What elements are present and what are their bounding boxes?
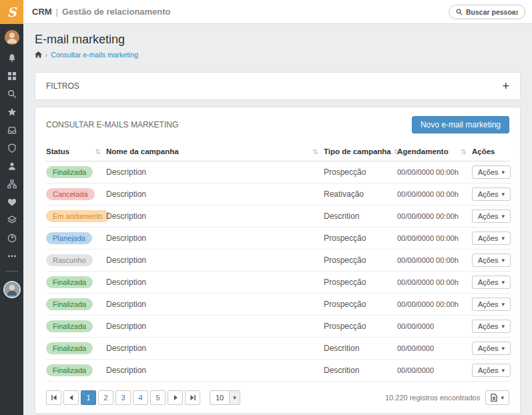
row-actions-button[interactable]: Ações ▾ bbox=[472, 210, 511, 223]
schedule-cell: 00/00/0000 00:00h bbox=[397, 205, 472, 228]
page-button-3[interactable]: 3 bbox=[115, 390, 131, 405]
row-actions-label: Ações bbox=[478, 366, 499, 374]
campaign-name-cell: Description bbox=[106, 360, 324, 382]
sidebar: S bbox=[0, 0, 23, 415]
members-badge-icon[interactable] bbox=[7, 161, 17, 171]
row-actions-button[interactable]: Ações ▾ bbox=[472, 187, 511, 201]
campaign-name-cell: Description bbox=[106, 183, 324, 205]
apps-grid-icon[interactable] bbox=[7, 71, 17, 81]
row-actions-label: Ações bbox=[478, 256, 499, 264]
search-icon bbox=[456, 6, 463, 18]
actions-cell: Ações ▾ bbox=[472, 183, 511, 205]
schedule-cell: 00/00/0000 bbox=[397, 316, 472, 338]
page-button-5[interactable]: 5 bbox=[150, 390, 166, 405]
status-cell: Finalizada bbox=[46, 294, 106, 316]
org-sitemap-icon[interactable] bbox=[7, 179, 17, 189]
top-header: CRM | Gestão de relacionamento bbox=[23, 0, 532, 24]
status-cell: Finalizada bbox=[46, 338, 106, 360]
status-badge: Finalizada bbox=[46, 320, 93, 332]
column-header-status[interactable]: Status⇅ bbox=[46, 141, 106, 161]
more-options-icon[interactable] bbox=[7, 251, 17, 261]
campaign-type-cell: Prospecção bbox=[324, 250, 397, 272]
last-page-icon bbox=[190, 394, 196, 401]
schedule-cell: 00/00/0000 00:00h bbox=[397, 228, 472, 250]
breadcrumb-link[interactable]: Consultar e-mails marketing bbox=[51, 51, 138, 59]
export-button[interactable]: ▾ bbox=[485, 390, 509, 405]
campaign-type-cell: Prospecção bbox=[324, 316, 397, 338]
filters-expand-button[interactable]: + bbox=[502, 80, 509, 92]
metrics-gauge-icon[interactable] bbox=[7, 233, 17, 243]
inbox-tray-icon[interactable] bbox=[7, 125, 17, 135]
row-actions-button[interactable]: Ações ▾ bbox=[472, 320, 511, 333]
status-cell: Em andamento bbox=[46, 205, 106, 228]
next-page-icon bbox=[172, 394, 179, 401]
prev-page-button[interactable] bbox=[63, 390, 79, 405]
records-count: 10.220 registros encontrados bbox=[385, 394, 480, 402]
campaign-name-cell: Description bbox=[106, 294, 324, 316]
campaign-name-cell: Description bbox=[106, 338, 324, 360]
column-header-campaign-name[interactable]: Nome da campanha⇅ bbox=[106, 141, 324, 161]
campaign-type-cell: Prospecção bbox=[324, 228, 397, 250]
favorites-heart-icon[interactable] bbox=[7, 197, 17, 207]
caret-down-icon: ▾ bbox=[502, 191, 505, 197]
status-badge: Finalizada bbox=[46, 342, 93, 354]
profile-avatar[interactable] bbox=[3, 281, 21, 298]
status-cell: Finalizada bbox=[46, 161, 106, 183]
page-numbers: 12345 bbox=[81, 390, 166, 405]
main-area: CRM | Gestão de relacionamento E-mail ma… bbox=[23, 0, 532, 415]
people-search[interactable] bbox=[449, 5, 525, 19]
favorites-star-icon[interactable] bbox=[7, 107, 17, 117]
next-page-button[interactable] bbox=[168, 390, 183, 405]
actions-cell: Ações ▾ bbox=[472, 272, 511, 294]
people-search-input[interactable] bbox=[466, 8, 518, 16]
page-title: E-mail marketing bbox=[35, 33, 521, 47]
brand-separator: | bbox=[56, 7, 58, 17]
first-page-button[interactable] bbox=[46, 390, 61, 405]
table-row: Em andamento Description Descrition 00/0… bbox=[46, 205, 511, 228]
status-cell: Finalizada bbox=[46, 316, 106, 338]
search-icon[interactable] bbox=[7, 89, 17, 99]
row-actions-button[interactable]: Ações ▾ bbox=[472, 232, 511, 245]
brand-subtitle: Gestão de relacionamento bbox=[62, 7, 171, 17]
layers-package-icon[interactable] bbox=[7, 215, 17, 225]
sort-icon: ⇅ bbox=[461, 148, 467, 155]
last-page-button[interactable] bbox=[185, 390, 200, 405]
row-actions-button[interactable]: Ações ▾ bbox=[472, 254, 511, 267]
card-title: CONSULTAR E-MAILS MARKETING bbox=[46, 120, 178, 129]
table-row: Finalizada Description Prospecção 00/00/… bbox=[46, 316, 511, 338]
actions-cell: Ações ▾ bbox=[472, 228, 511, 250]
security-shield-icon[interactable] bbox=[7, 143, 17, 153]
row-actions-button[interactable]: Ações ▾ bbox=[472, 364, 511, 377]
row-actions-label: Ações bbox=[478, 212, 499, 220]
row-actions-label: Ações bbox=[478, 190, 499, 198]
campaign-type-cell: Reativação bbox=[324, 183, 397, 205]
row-actions-button[interactable]: Ações ▾ bbox=[472, 276, 511, 289]
home-icon[interactable] bbox=[35, 51, 42, 58]
status-badge: Planejada bbox=[46, 232, 92, 244]
page-button-2[interactable]: 2 bbox=[98, 390, 113, 405]
page-button-1[interactable]: 1 bbox=[81, 390, 96, 405]
row-actions-button[interactable]: Ações ▾ bbox=[472, 298, 511, 311]
actions-cell: Ações ▾ bbox=[472, 338, 511, 360]
schedule-cell: 00/00/0000 00:00h bbox=[397, 294, 472, 316]
campaign-name-cell: Description bbox=[106, 228, 324, 250]
schedule-cell: 00/00/0000 00:00h bbox=[397, 272, 472, 294]
status-badge: Em andamento bbox=[46, 210, 109, 222]
user-avatar[interactable] bbox=[5, 30, 19, 45]
sort-icon: ⇅ bbox=[313, 148, 318, 155]
actions-cell: Ações ▾ bbox=[472, 161, 511, 183]
notifications-bell-icon[interactable] bbox=[7, 53, 17, 63]
table-row: Finalizada Description Prospecção 00/00/… bbox=[46, 294, 511, 316]
row-actions-button[interactable]: Ações ▾ bbox=[472, 342, 511, 355]
page-size-select[interactable]: 10 ▾ bbox=[210, 390, 240, 405]
breadcrumb: › Consultar e-mails marketing bbox=[35, 51, 521, 59]
caret-down-icon: ▾ bbox=[501, 394, 504, 401]
column-header-schedule[interactable]: Agendamento⇅ bbox=[397, 141, 472, 161]
row-actions-button[interactable]: Ações ▾ bbox=[472, 165, 511, 179]
campaign-name-cell: Description bbox=[106, 250, 324, 272]
new-email-marketing-button[interactable]: Novo e-mail marketing bbox=[412, 116, 509, 133]
column-header-campaign-type[interactable]: Tipo de campanha⇅ bbox=[324, 141, 397, 161]
page-button-4[interactable]: 4 bbox=[133, 390, 148, 405]
app-logo[interactable]: S bbox=[0, 0, 23, 24]
actions-cell: Ações ▾ bbox=[472, 360, 511, 382]
